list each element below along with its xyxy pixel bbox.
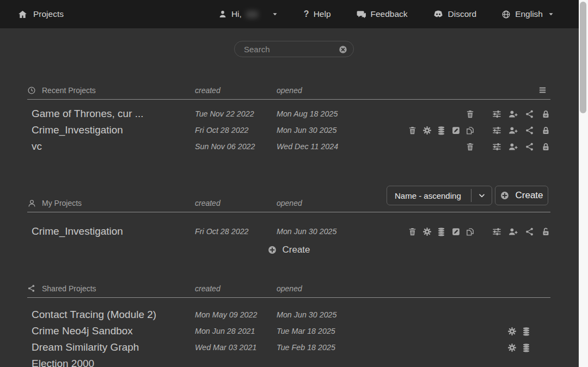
gear-icon[interactable] [422, 126, 432, 135]
lock-eye-icon[interactable] [541, 142, 550, 151]
opened-column-header: opened [277, 199, 402, 212]
created-column-header: created [195, 86, 277, 98]
section-title: Recent Projects [42, 86, 96, 95]
sort-select[interactable]: Name - ascending [387, 186, 492, 205]
add-user-icon[interactable] [509, 142, 518, 151]
help-link[interactable]: ? Help [304, 9, 331, 19]
language-label: English [515, 9, 543, 19]
section-title: My Projects [42, 199, 82, 207]
project-row: vc Sun Nov 06 2022 Wed Dec 11 2024 [27, 138, 550, 155]
share-icon[interactable] [525, 109, 534, 119]
user-name-redacted [246, 11, 258, 18]
trash-icon[interactable] [408, 227, 417, 236]
create-project-inline-button[interactable]: Create [27, 242, 550, 258]
database-icon[interactable] [437, 126, 446, 135]
created-column-header: created [195, 199, 277, 212]
sliders-icon[interactable] [492, 126, 501, 135]
project-name-link[interactable]: Crime Neo4j Sandbox [27, 325, 195, 337]
created-column-header: created [195, 284, 277, 296]
project-name-link[interactable]: Dream Similarity Graph [27, 341, 195, 353]
caret-down-icon[interactable] [271, 10, 279, 18]
project-row: Game of Thrones, cur ... Tue Nov 22 2022… [27, 106, 550, 122]
lock-eye-icon[interactable] [541, 109, 550, 119]
user-greeting: Hi, [231, 9, 242, 19]
edit-icon[interactable] [451, 126, 461, 135]
create-inline-label: Create [282, 244, 310, 255]
search-input[interactable] [235, 41, 353, 57]
globe-icon [501, 10, 511, 19]
add-user-icon[interactable] [509, 109, 518, 119]
feedback-label: Feedback [371, 9, 408, 19]
edit-icon[interactable] [451, 227, 461, 236]
lock-eye-icon[interactable] [541, 126, 550, 135]
unlock-eye-icon[interactable] [541, 227, 550, 236]
database-icon[interactable] [437, 227, 446, 236]
database-icon[interactable] [522, 343, 531, 352]
project-opened-date: Wed Dec 11 2024 [277, 142, 402, 151]
nav-projects-home[interactable]: Projects [18, 9, 64, 19]
discord-link[interactable]: Discord [433, 9, 477, 20]
scrollbar-thumb[interactable] [580, 2, 586, 113]
duplicate-icon[interactable] [465, 227, 475, 236]
project-row: Crime_Investigation Fri Oct 28 2022 Mon … [27, 223, 550, 240]
search-bar [234, 41, 354, 57]
share-icon[interactable] [525, 142, 534, 151]
vertical-scrollbar[interactable] [579, 0, 588, 367]
plus-circle-icon [267, 245, 277, 255]
clock-icon [27, 86, 36, 95]
project-opened-date: Mon Aug 18 2025 [277, 109, 402, 118]
project-row: Crime Neo4j Sandbox Mon Jun 28 2021 Tue … [27, 323, 550, 339]
sliders-icon[interactable] [492, 142, 501, 151]
sliders-icon[interactable] [492, 109, 501, 119]
user-outline-icon [27, 199, 36, 207]
feedback-bubble-icon [356, 9, 366, 20]
project-row: Election 2000 [27, 356, 550, 367]
recent-projects-header: Recent Projects created opened [27, 84, 550, 100]
project-created-date: Mon Jun 28 2021 [195, 327, 277, 335]
add-user-icon[interactable] [509, 126, 518, 135]
project-name-link[interactable]: Game of Thrones, cur ... [27, 108, 195, 120]
sliders-icon[interactable] [492, 227, 501, 236]
project-created-date: Fri Oct 28 2022 [195, 126, 277, 134]
gear-icon[interactable] [507, 327, 517, 336]
create-project-button[interactable]: Create [495, 186, 548, 205]
project-name-link[interactable]: Crime_Investigation [27, 225, 195, 237]
project-name-link[interactable]: Election 2000 [27, 358, 195, 367]
help-label: Help [314, 9, 331, 19]
shared-projects-list: Contact Tracing (Module 2) Mon May 09 20… [27, 307, 550, 367]
project-name-link[interactable]: vc [27, 140, 195, 152]
project-name-link[interactable]: Contact Tracing (Module 2) [27, 309, 195, 321]
add-user-icon[interactable] [509, 227, 518, 236]
project-opened-date: Tue Feb 18 2025 [277, 343, 402, 352]
trash-icon[interactable] [465, 142, 475, 151]
share-icon[interactable] [525, 227, 534, 236]
trash-icon[interactable] [465, 109, 475, 119]
trash-icon[interactable] [408, 126, 417, 135]
sort-selected-value: Name - ascending [387, 191, 471, 200]
project-name-link[interactable]: Crime_Investigation [27, 124, 195, 136]
section-title: Shared Projects [42, 284, 96, 293]
gear-icon[interactable] [507, 343, 517, 352]
project-created-date: Tue Nov 22 2022 [195, 109, 277, 118]
clear-search-icon[interactable] [338, 45, 348, 54]
project-row: Contact Tracing (Module 2) Mon May 09 20… [27, 307, 550, 323]
project-row: Crime_Investigation Fri Oct 28 2022 Mon … [27, 122, 550, 138]
gear-icon[interactable] [422, 227, 432, 236]
share-icon[interactable] [525, 126, 534, 135]
my-projects-list: Crime_Investigation Fri Oct 28 2022 Mon … [27, 223, 550, 240]
project-created-date: Mon May 09 2022 [195, 310, 277, 319]
discord-icon [433, 9, 444, 20]
feedback-link[interactable]: Feedback [356, 9, 408, 20]
chevron-down-icon [471, 189, 492, 202]
caret-down-icon [547, 10, 555, 18]
database-icon[interactable] [522, 327, 531, 336]
opened-column-header: opened [277, 284, 402, 296]
project-row: Dream Similarity Graph Wed Mar 03 2021 T… [27, 339, 550, 356]
language-menu[interactable]: English [501, 9, 555, 19]
nav-projects-label: Projects [33, 9, 64, 19]
menu-icon[interactable] [538, 85, 547, 95]
duplicate-icon[interactable] [465, 126, 475, 135]
project-opened-date: Tue Mar 18 2025 [277, 327, 402, 335]
share-icon [27, 284, 36, 293]
user-menu[interactable]: Hi, [218, 9, 279, 19]
